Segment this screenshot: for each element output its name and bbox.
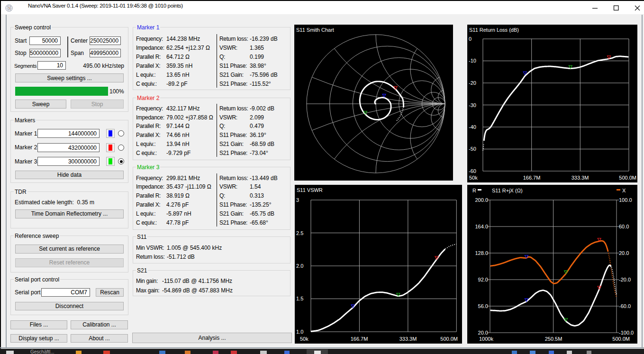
svg-text:-100.0: -100.0 — [619, 330, 634, 336]
svg-text:333.3M: 333.3M — [571, 175, 589, 181]
svg-text:100.0: 100.0 — [619, 197, 632, 203]
svg-text:X: X — [622, 188, 626, 193]
svg-text:1000k: 1000k — [479, 336, 493, 342]
svg-text:92.0: 92.0 — [478, 277, 488, 282]
svg-text:166.7M: 166.7M — [351, 336, 368, 342]
svg-text:-40: -40 — [469, 124, 476, 130]
svg-text:-30: -30 — [469, 102, 476, 108]
svg-text:2.0: 2.0 — [296, 263, 303, 269]
svg-text:3: 3 — [296, 197, 299, 203]
svg-text:50k: 50k — [300, 336, 308, 342]
svg-text:-20: -20 — [469, 80, 476, 86]
svg-text:S11 VSWR: S11 VSWR — [297, 187, 323, 193]
svg-text:164.0: 164.0 — [475, 224, 488, 229]
svg-text:S11 R+jX (Ω): S11 R+jX (Ω) — [492, 188, 523, 193]
svg-text:S11 Return Loss (dB): S11 Return Loss (dB) — [469, 27, 519, 33]
svg-text:R: R — [472, 188, 476, 193]
svg-text:0: 0 — [469, 36, 472, 42]
svg-text:-60: -60 — [469, 168, 476, 174]
svg-text:200.0: 200.0 — [475, 197, 488, 203]
svg-text:500.0M: 500.0M — [440, 336, 458, 342]
svg-text:56.0: 56.0 — [478, 303, 488, 309]
svg-text:500.0M: 500.0M — [612, 336, 630, 342]
svg-text:60.0: 60.0 — [619, 224, 629, 229]
svg-text:250.5M: 250.5M — [545, 336, 562, 342]
svg-text:128.0: 128.0 — [475, 250, 488, 256]
svg-text:S11 Smith Chart: S11 Smith Chart — [296, 27, 334, 33]
svg-text:-20.0: -20.0 — [619, 277, 631, 282]
svg-text:2.5: 2.5 — [296, 230, 303, 236]
svg-text:1.0: 1.0 — [296, 329, 303, 335]
svg-text:-50: -50 — [469, 146, 476, 152]
svg-text:166.7M: 166.7M — [523, 175, 541, 181]
svg-text:333.3M: 333.3M — [399, 336, 417, 342]
svg-text:20.0: 20.0 — [478, 330, 488, 336]
svg-text:50k: 50k — [469, 175, 478, 181]
svg-text:1.5: 1.5 — [296, 296, 303, 301]
svg-text:-10: -10 — [469, 58, 476, 64]
svg-text:-60.0: -60.0 — [619, 303, 631, 309]
svg-text:20.0: 20.0 — [619, 250, 629, 256]
svg-text:500.0M: 500.0M — [619, 175, 636, 181]
